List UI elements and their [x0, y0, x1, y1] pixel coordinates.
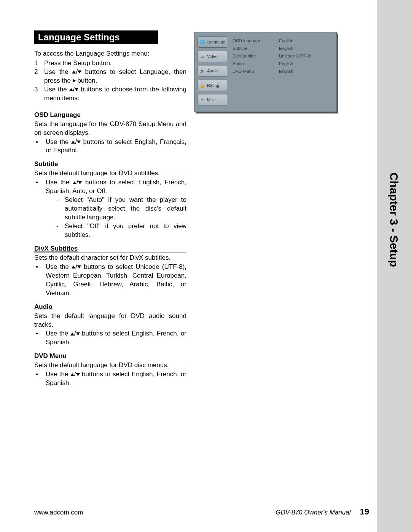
- bullets-divx: Use the / buttons to select Unicode (UTF…: [34, 263, 186, 298]
- osd-tab-rating[interactable]: 🔒 Rating: [198, 80, 227, 91]
- arrow-down-icon: [77, 265, 81, 268]
- subhead-osd-language: OSD Language: [34, 111, 186, 119]
- osd-value: English: [279, 69, 333, 73]
- intro-text: To access the Language Settings menu:: [34, 50, 186, 58]
- footer-url: www.adcom.com: [34, 509, 83, 516]
- arrow-up-icon: [72, 70, 76, 73]
- osd-value: English: [279, 46, 333, 51]
- osd-row[interactable]: Subtitle : English: [233, 45, 333, 52]
- step-number: 3: [34, 85, 44, 103]
- arrow-down-icon: [76, 373, 80, 376]
- osd-row[interactable]: DVD Menu : English: [233, 67, 333, 75]
- lock-icon: 🔒: [199, 83, 206, 88]
- arrow-up-icon: [72, 265, 75, 268]
- section-title: Language Settings: [34, 30, 158, 44]
- bullets-audio: Use the / buttons to select English, Fre…: [34, 329, 186, 347]
- footer-manual: GDV-870 Owner's Manual: [276, 509, 350, 516]
- osd-key: DivX subtitle: [233, 54, 274, 58]
- osd-value: English: [279, 61, 333, 66]
- bullet-item: Use the / buttons to select English, Fre…: [34, 370, 186, 388]
- osd-row[interactable]: OSD language : English: [233, 37, 333, 45]
- globe-icon: 🌐: [199, 39, 205, 45]
- dash-item: Select "Auto" if you want the player to …: [56, 196, 186, 222]
- bullets-osd-language: Use the / buttons to select English, Fra…: [34, 138, 186, 155]
- arrow-up-icon: [69, 88, 73, 91]
- desc-osd-language: Sets the language for the GDV-870 Setup …: [34, 120, 186, 137]
- arrow-down-icon: [78, 181, 82, 184]
- page-number: 19: [360, 507, 369, 517]
- speaker-icon: 🔊: [199, 68, 206, 73]
- bullet-item: Use the / buttons to select Unicode (UTF…: [34, 263, 186, 298]
- arrow-down-icon: [75, 88, 78, 91]
- tv-icon: ▭: [199, 54, 206, 59]
- step-text: Use the / buttons to select Language, th…: [44, 68, 186, 85]
- osd-value: Unicode (UTF-8): [279, 54, 333, 58]
- osd-key: Audio: [233, 61, 274, 66]
- arrow-up-icon: [70, 373, 74, 376]
- subhead-dvdmenu: DVD Menu: [34, 352, 186, 360]
- osd-tab-language[interactable]: 🌐 Language: [198, 36, 227, 48]
- main-column: Language Settings To access the Language…: [34, 30, 186, 388]
- osd-tab-label: Audio: [207, 69, 218, 73]
- osd-key: DVD Menu: [233, 69, 274, 73]
- dash-item: Select "Off" if you prefer not to view s…: [56, 222, 186, 240]
- osd-tab-label: Misc: [207, 97, 216, 102]
- osd-tab-label: Language: [207, 40, 225, 44]
- bullet-item: Use the / buttons to select English, Fre…: [34, 178, 186, 240]
- step-text: Use the / buttons to choose from the fol…: [44, 85, 186, 103]
- misc-icon: ⋯: [199, 97, 206, 102]
- osd-row[interactable]: DivX subtitle : Unicode (UTF-8): [233, 52, 333, 60]
- arrow-up-icon: [73, 181, 76, 184]
- subhead-audio: Audio: [34, 303, 186, 311]
- dash-list: Select "Auto" if you want the player to …: [56, 196, 186, 240]
- arrow-down-icon: [77, 141, 81, 144]
- bullet-item: Use the / buttons to select English, Fra…: [34, 138, 186, 155]
- arrow-down-icon: [76, 332, 80, 335]
- page-body: Language Settings To access the Language…: [0, 0, 411, 532]
- bullets-subtitle: Use the / buttons to select English, Fre…: [34, 178, 186, 240]
- bullets-dvdmenu: Use the / buttons to select English, Fre…: [34, 370, 186, 388]
- desc-subtitle: Sets the default language for DVD subtit…: [34, 169, 186, 178]
- osd-tab-list: 🌐 Language ▭ Video 🔊 Audio 🔒 Rating ⋯ Mi…: [198, 36, 227, 109]
- osd-tab-label: Video: [207, 54, 218, 59]
- osd-tab-misc[interactable]: ⋯ Misc: [198, 94, 227, 105]
- steps-list: 1 Press the Setup button. 2 Use the / bu…: [34, 59, 186, 103]
- subhead-divx: DivX Subtitles: [34, 245, 186, 253]
- arrow-down-icon: [78, 70, 81, 73]
- osd-tab-audio[interactable]: 🔊 Audio: [198, 65, 227, 77]
- step-3: 3 Use the / buttons to choose from the f…: [34, 85, 186, 103]
- osd-key: OSD language: [233, 38, 274, 43]
- arrow-up-icon: [70, 332, 74, 335]
- bullet-item: Use the / buttons to select English, Fre…: [34, 329, 186, 347]
- osd-tab-label: Rating: [207, 83, 219, 88]
- desc-dvdmenu: Sets the default language for DVD disc m…: [34, 361, 186, 370]
- step-number: 2: [34, 68, 44, 85]
- osd-settings: OSD language : English Subtitle : Englis…: [233, 37, 333, 75]
- step-text: Press the Setup button.: [44, 59, 186, 68]
- arrow-up-icon: [71, 141, 75, 144]
- desc-divx: Sets the default character set for DivX …: [34, 254, 186, 262]
- step-number: 1: [34, 59, 44, 68]
- subhead-subtitle: Subtitle: [34, 160, 186, 168]
- step-1: 1 Press the Setup button.: [34, 59, 186, 68]
- osd-panel: 🌐 Language ▭ Video 🔊 Audio 🔒 Rating ⋯ Mi…: [194, 32, 337, 112]
- step-2: 2 Use the / buttons to select Language, …: [34, 68, 186, 85]
- arrow-right-icon: [73, 79, 76, 83]
- osd-tab-video[interactable]: ▭ Video: [198, 51, 227, 62]
- osd-value: English: [279, 38, 333, 43]
- osd-key: Subtitle: [233, 46, 274, 51]
- footer: www.adcom.com GDV-870 Owner's Manual 19: [34, 507, 369, 517]
- osd-row[interactable]: Audio : English: [233, 60, 333, 67]
- desc-audio: Sets the default language for DVD audio …: [34, 312, 186, 329]
